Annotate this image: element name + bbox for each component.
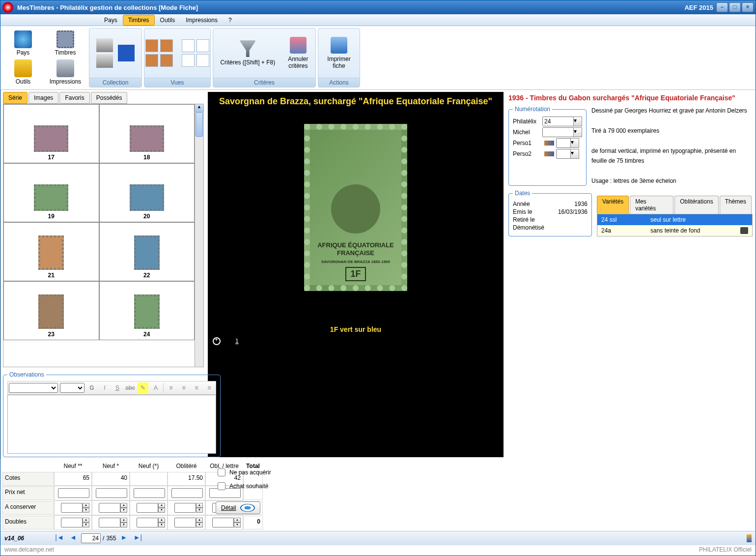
spin-up[interactable]: ▲ — [120, 518, 127, 523]
zoom-in-icon[interactable] — [213, 337, 221, 345]
net-input[interactable] — [171, 488, 203, 498]
spin-up[interactable]: ▲ — [83, 518, 89, 523]
print-sheet-button[interactable]: Imprimer fiche — [323, 36, 354, 70]
align-center-button[interactable]: ≡ — [178, 382, 189, 393]
menu-pays[interactable]: Pays — [99, 15, 123, 26]
view-thumbs-button[interactable] — [143, 37, 175, 69]
spin-down[interactable]: ▼ — [158, 523, 165, 527]
preview-page[interactable]: 1 — [235, 338, 239, 345]
spin-up[interactable]: ▲ — [158, 518, 165, 523]
font-size-select[interactable] — [60, 383, 84, 393]
wish-purchase-checkbox[interactable] — [218, 482, 225, 490]
align-right-button[interactable]: ≡ — [191, 382, 202, 393]
thumbnail-cell[interactable]: 22 — [99, 222, 195, 281]
tab-varieties[interactable]: Variétés — [597, 196, 629, 214]
menu-help[interactable]: ? — [223, 15, 237, 26]
dropdown-button[interactable]: ▾ — [573, 127, 582, 137]
menu-outils[interactable]: Outils — [155, 15, 181, 26]
maximize-button[interactable]: □ — [729, 2, 741, 12]
scroll-thumb[interactable] — [196, 112, 203, 137]
dropdown-button[interactable]: ▾ — [570, 149, 579, 159]
criteria-button[interactable]: Critères ([Shift] + F8) — [216, 39, 279, 67]
detail-button[interactable]: Détail — [216, 501, 260, 514]
tab-cancellations[interactable]: Oblitérations — [674, 196, 718, 214]
tab-themes[interactable]: Thèmes — [720, 196, 752, 214]
nav-current-input[interactable] — [81, 533, 101, 543]
perso1-number-input[interactable] — [556, 138, 571, 148]
folder-open-icon[interactable] — [96, 38, 113, 52]
thumbnail-cell[interactable]: 21 — [3, 222, 99, 281]
spin-down[interactable]: ▼ — [158, 508, 165, 513]
menu-timbres[interactable]: Timbres — [123, 15, 155, 26]
spin-down[interactable]: ▼ — [196, 523, 203, 527]
qty-input[interactable] — [61, 503, 83, 513]
qty-input[interactable] — [174, 503, 196, 513]
font-color-button[interactable]: A — [150, 382, 161, 393]
thumbnail-cell[interactable]: 18 — [99, 104, 195, 163]
qty-input[interactable] — [137, 503, 158, 513]
michel-number-input[interactable] — [542, 127, 574, 137]
spin-down[interactable]: ▼ — [196, 508, 203, 513]
variety-list[interactable]: 24 ssl seul sur lettre 24a sans teinte d… — [597, 214, 753, 236]
thumbnail-cell[interactable]: 17 — [3, 104, 99, 163]
stamp-image[interactable]: AFRIQUE ÉQUATORIALE FRANÇAISE SAVORGNAN … — [304, 124, 407, 291]
dropdown-button[interactable]: ▾ — [570, 138, 579, 148]
nav-first-button[interactable]: |◄ — [54, 533, 65, 543]
scroll-up-button[interactable]: ▲ — [195, 104, 203, 112]
spin-down[interactable]: ▼ — [120, 508, 127, 513]
ribbon-pays-button[interactable]: Pays — [2, 29, 44, 58]
view-list-button[interactable] — [180, 37, 211, 69]
qty-input[interactable] — [137, 518, 158, 527]
spin-down[interactable]: ▼ — [120, 523, 127, 527]
underline-button[interactable]: S — [112, 382, 123, 393]
qty-input[interactable] — [99, 503, 120, 513]
tab-serie[interactable]: Série — [3, 92, 28, 104]
folder-icon[interactable] — [96, 54, 113, 68]
net-input[interactable] — [96, 488, 127, 498]
ribbon-timbres-button[interactable]: Timbres — [45, 29, 86, 58]
thumbnail-cell[interactable]: 19 — [3, 163, 99, 222]
thumbnail-cell[interactable]: 20 — [99, 163, 195, 222]
philatelix-number-input[interactable] — [542, 117, 574, 126]
perso2-number-input[interactable] — [556, 149, 571, 159]
observations-textarea[interactable] — [7, 395, 216, 454]
spin-up[interactable]: ▲ — [83, 503, 89, 508]
highlight-button[interactable]: ✎ — [138, 382, 148, 393]
italic-button[interactable]: I — [99, 382, 110, 393]
dropdown-button[interactable]: ▾ — [573, 117, 582, 126]
ribbon-impressions-button[interactable]: Impressions — [45, 59, 86, 87]
tab-favoris[interactable]: Favoris — [59, 92, 89, 104]
qty-input[interactable] — [174, 518, 196, 527]
strike-button[interactable]: abc — [125, 382, 136, 393]
spin-down[interactable]: ▼ — [83, 508, 89, 513]
tab-my-varieties[interactable]: Mes variétés — [630, 196, 673, 214]
menu-impressions[interactable]: Impressions — [180, 15, 223, 26]
cancel-criteria-button[interactable]: Annuler critères — [284, 36, 312, 70]
qty-input[interactable] — [61, 518, 83, 527]
nav-last-button[interactable]: ►| — [132, 533, 143, 543]
do-not-acquire-checkbox[interactable] — [218, 468, 225, 476]
align-left-button[interactable]: ≡ — [166, 382, 176, 393]
variety-row[interactable]: 24a sans teinte de fond — [597, 225, 752, 236]
tab-possedes[interactable]: Possédés — [91, 92, 128, 104]
align-justify-button[interactable]: ≡ — [204, 382, 215, 393]
bold-button[interactable]: G — [86, 382, 97, 393]
thumbnail-cell[interactable]: 23 — [3, 281, 99, 340]
spin-up[interactable]: ▲ — [158, 503, 165, 508]
spin-down[interactable]: ▼ — [83, 523, 89, 527]
nav-next-button[interactable]: ► — [118, 533, 130, 543]
spin-up[interactable]: ▲ — [120, 503, 127, 508]
thumbnail-cell[interactable]: 24 — [99, 281, 195, 340]
ribbon-outils-button[interactable]: Outils — [2, 59, 44, 87]
qty-input[interactable] — [99, 518, 120, 527]
font-family-select[interactable] — [9, 383, 58, 393]
net-input[interactable] — [58, 488, 89, 498]
scrollbar[interactable]: ▲ ▼ — [195, 104, 203, 367]
save-icon[interactable] — [118, 45, 135, 61]
nav-prev-button[interactable]: ◄ — [67, 533, 79, 543]
close-button[interactable]: × — [742, 2, 754, 12]
spin-up[interactable]: ▲ — [196, 503, 203, 508]
minimize-button[interactable]: – — [716, 2, 728, 12]
spin-up[interactable]: ▲ — [196, 518, 203, 523]
net-input[interactable] — [134, 488, 165, 498]
